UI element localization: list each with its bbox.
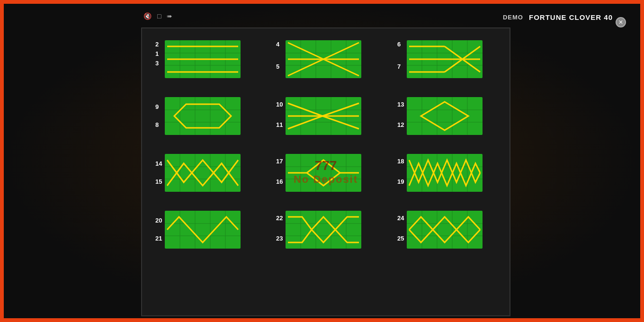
payline-svg-11: 22 23 — [272, 208, 367, 256]
payline-svg-1: 2 1 3 — [152, 38, 246, 85]
svg-text:6: 6 — [397, 41, 401, 48]
svg-text:3: 3 — [155, 60, 159, 67]
payline-card-6: 13 12 — [394, 95, 500, 142]
svg-text:20: 20 — [155, 217, 162, 224]
svg-text:21: 21 — [155, 235, 162, 242]
svg-text:13: 13 — [397, 101, 404, 108]
payline-svg-12: 24 25 — [394, 208, 488, 256]
svg-text:25: 25 — [397, 235, 404, 242]
payline-card-7: 14 15 — [152, 152, 258, 199]
top-bar: DEMO FORTUNE CLOVER 40 — [8, 8, 636, 27]
payline-card-3: 6 7 — [394, 38, 500, 85]
payline-svg-7: 14 15 — [152, 152, 246, 199]
svg-text:17: 17 — [276, 158, 283, 165]
payline-card-9: 18 19 — [394, 152, 500, 199]
payline-svg-4: 9 8 — [152, 95, 246, 142]
svg-text:1: 1 — [155, 50, 159, 57]
svg-text:5: 5 — [276, 63, 279, 70]
payline-svg-8: 17 16 — [272, 152, 367, 199]
svg-text:11: 11 — [276, 121, 283, 128]
svg-text:9: 9 — [155, 103, 159, 110]
game-frame: 🔇 □ ➠ DEMO FORTUNE CLOVER 40 ✕ 2 1 3 — [0, 0, 644, 322]
svg-text:12: 12 — [397, 121, 404, 128]
payline-card-10: 20 21 — [152, 208, 258, 256]
svg-text:23: 23 — [276, 235, 283, 242]
payline-svg-2: 4 5 — [272, 38, 367, 85]
svg-text:7: 7 — [397, 63, 401, 70]
payline-card-11: 22 23 — [272, 208, 379, 256]
svg-text:24: 24 — [397, 215, 404, 222]
svg-text:22: 22 — [276, 215, 283, 222]
svg-text:14: 14 — [155, 160, 162, 167]
svg-text:15: 15 — [155, 178, 162, 185]
svg-rect-65 — [407, 97, 483, 135]
main-panel: 2 1 3 — [141, 27, 510, 316]
payline-card-1: 2 1 3 — [152, 38, 258, 85]
demo-label: DEMO — [503, 14, 523, 21]
svg-text:8: 8 — [155, 121, 159, 128]
svg-text:4: 4 — [276, 41, 280, 48]
close-button[interactable]: ✕ — [616, 17, 626, 27]
payline-card-2: 4 5 — [272, 38, 379, 85]
svg-text:2: 2 — [155, 41, 159, 48]
game-title: FORTUNE CLOVER 40 — [529, 13, 613, 21]
paylines-grid: 2 1 3 — [152, 38, 500, 256]
svg-text:18: 18 — [397, 158, 404, 165]
payline-svg-9: 18 19 — [394, 152, 488, 199]
svg-text:10: 10 — [276, 101, 283, 108]
payline-card-8: 17 16 — [272, 152, 379, 199]
payline-svg-5: 10 11 — [272, 95, 367, 142]
svg-rect-41 — [165, 97, 241, 135]
payline-svg-3: 6 7 — [394, 38, 488, 85]
svg-text:16: 16 — [276, 178, 283, 185]
payline-card-4: 9 8 — [152, 95, 258, 142]
payline-card-12: 24 25 — [394, 208, 500, 256]
payline-card-5: 10 11 — [272, 95, 379, 142]
payline-svg-6: 13 12 — [394, 95, 488, 142]
svg-text:19: 19 — [397, 178, 404, 185]
payline-svg-10: 20 21 — [152, 208, 246, 256]
